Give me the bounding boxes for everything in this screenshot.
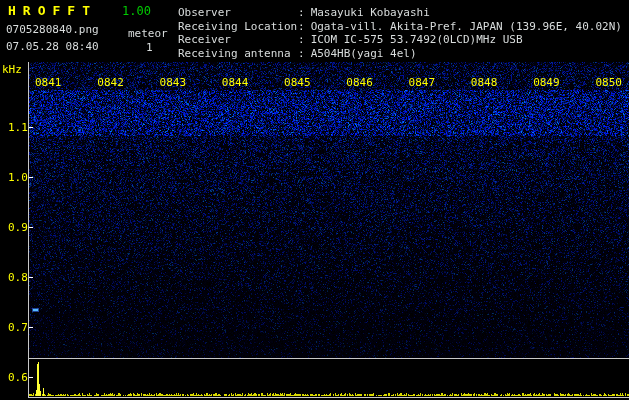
info-colon: :	[298, 20, 305, 34]
x-tick-label: 0842	[97, 76, 124, 89]
y-axis-unit-label: kHz	[2, 63, 22, 76]
x-tick-label: 0846	[346, 76, 373, 89]
x-tick-label: 0843	[160, 76, 187, 89]
x-tick-label: 0848	[471, 76, 498, 89]
x-tick-label: 0850	[595, 76, 622, 89]
hrofft-screen: HROFFT 1.00 0705280840.png meteor 07.05.…	[0, 0, 629, 400]
info-row-receiver: Receiver:ICOM IC-575 53.7492(0LCD)MHz US…	[178, 33, 622, 47]
y-tick-label: 0.8	[8, 271, 28, 284]
y-tick-label: 0.7	[8, 321, 28, 334]
info-value: ICOM IC-575 53.7492(0LCD)MHz USB	[311, 33, 523, 46]
info-value: Masayuki Kobayashi	[311, 6, 430, 19]
x-tick-label: 0849	[533, 76, 560, 89]
meteor-count: 1	[146, 41, 153, 54]
x-tick-label: 0841	[35, 76, 62, 89]
info-label: Observer	[178, 6, 298, 20]
mode-label: meteor	[128, 27, 168, 40]
info-colon: :	[298, 6, 305, 20]
x-tick-label: 0847	[409, 76, 436, 89]
filename: 0705280840.png	[6, 23, 99, 36]
y-tick-label: 0.6	[8, 371, 28, 384]
y-tick-label: 1.0	[8, 171, 28, 184]
y-tick-label: 1.1	[8, 121, 28, 134]
spectrogram-canvas	[0, 0, 629, 400]
y-tick-label: 0.9	[8, 221, 28, 234]
x-tick-label: 0845	[284, 76, 311, 89]
x-axis-tick-row: 0841 0842 0843 0844 0845 0846 0847 0848 …	[30, 76, 627, 89]
info-label: Receiver	[178, 33, 298, 47]
info-label: Receiving Location	[178, 20, 298, 34]
info-row-observer: Observer:Masayuki Kobayashi	[178, 6, 622, 20]
app-title: HROFFT	[8, 3, 97, 18]
app-version: 1.00	[122, 4, 151, 18]
info-colon: :	[298, 33, 305, 47]
info-colon: :	[298, 47, 305, 61]
observer-info: Observer:Masayuki Kobayashi Receiving Lo…	[178, 6, 622, 60]
info-row-antenna: Receiving antenna:A504HB(yagi 4el)	[178, 47, 622, 61]
x-tick-label: 0844	[222, 76, 249, 89]
datetime: 07.05.28 08:40	[6, 40, 99, 53]
info-row-location: Receiving Location:Ogata-vill. Akita-Pre…	[178, 20, 622, 34]
info-value: A504HB(yagi 4el)	[311, 47, 417, 60]
info-value: Ogata-vill. Akita-Pref. JAPAN (139.96E, …	[311, 20, 622, 33]
info-label: Receiving antenna	[178, 47, 298, 61]
